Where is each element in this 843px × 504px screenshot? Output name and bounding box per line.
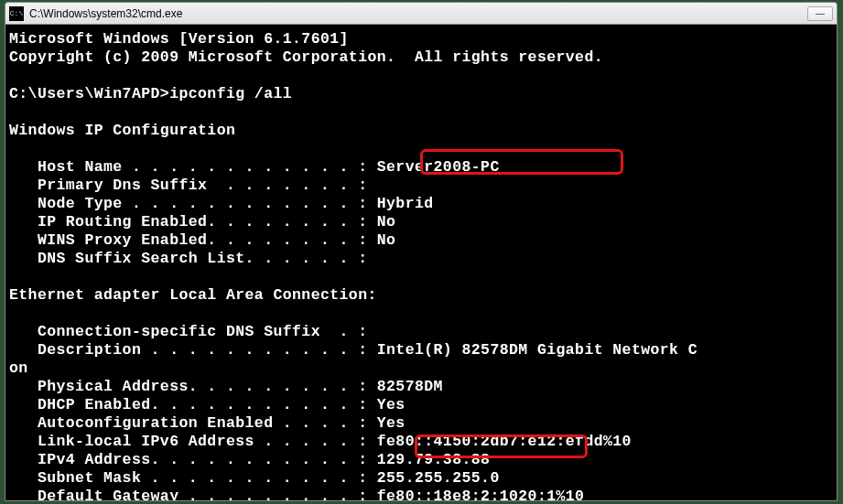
cmd-icon-label: C:\ xyxy=(10,9,23,17)
minimize-icon: — xyxy=(816,8,825,18)
cmd-window: C:\ C:\Windows\system32\cmd.exe — Micros… xyxy=(5,2,838,501)
titlebar-buttons: — xyxy=(807,6,833,21)
minimize-button[interactable]: — xyxy=(807,6,833,21)
terminal-output[interactable]: Microsoft Windows [Version 6.1.7601] Cop… xyxy=(5,25,837,500)
titlebar[interactable]: C:\ C:\Windows\system32\cmd.exe — xyxy=(5,3,837,25)
cmd-icon: C:\ xyxy=(9,6,24,21)
window-title: C:\Windows\system32\cmd.exe xyxy=(29,7,182,20)
